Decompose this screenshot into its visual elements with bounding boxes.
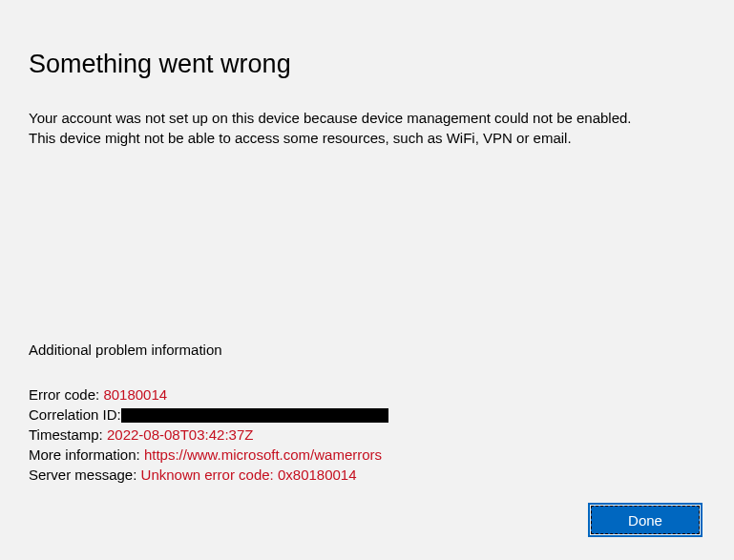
timestamp-line: Timestamp: 2022-08-08T03:42:37Z bbox=[29, 425, 388, 445]
server-message-value: Unknown error code: 0x80180014 bbox=[141, 467, 357, 483]
error-code-line: Error code: 80180014 bbox=[29, 384, 388, 404]
correlation-id-label: Correlation ID: bbox=[29, 406, 121, 423]
error-title: Something went wrong bbox=[29, 50, 705, 79]
server-message-label: Server message: bbox=[29, 467, 141, 483]
additional-info-section: Additional problem information Error cod… bbox=[29, 342, 388, 485]
more-info-line: More information: https://www.microsoft.… bbox=[29, 445, 388, 465]
timestamp-value: 2022-08-08T03:42:37Z bbox=[107, 426, 253, 443]
more-info-label: More information: bbox=[29, 446, 144, 463]
correlation-id-redacted bbox=[121, 408, 388, 423]
error-description: Your account was not set up on this devi… bbox=[29, 108, 659, 148]
additional-info-heading: Additional problem information bbox=[29, 342, 388, 358]
timestamp-label: Timestamp: bbox=[29, 426, 107, 443]
error-code-value: 80180014 bbox=[103, 386, 167, 403]
done-button[interactable]: Done bbox=[591, 506, 700, 534]
correlation-id-line: Correlation ID: bbox=[29, 404, 388, 425]
error-code-label: Error code: bbox=[29, 386, 103, 403]
server-message-line: Server message: Unknown error code: 0x80… bbox=[29, 465, 388, 485]
more-info-link[interactable]: https://www.microsoft.com/wamerrors bbox=[144, 446, 382, 463]
